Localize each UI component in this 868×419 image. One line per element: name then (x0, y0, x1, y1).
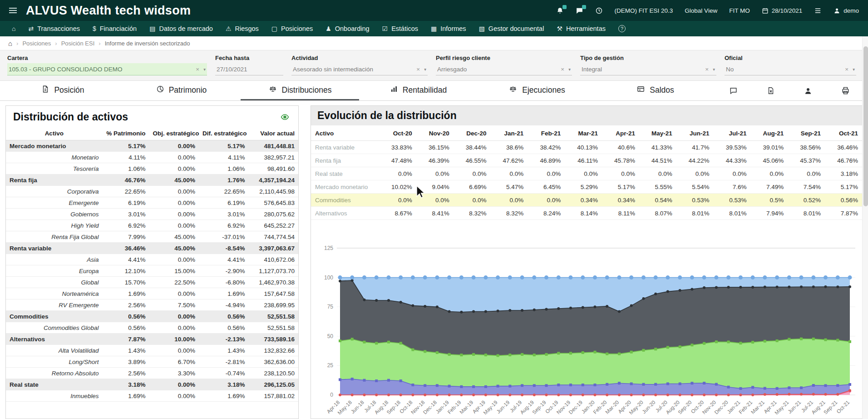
chevron-down-icon[interactable]: ▾ (424, 67, 426, 72)
clear-icon[interactable]: × (561, 66, 564, 73)
table-row[interactable]: Norteamérica1.69%0.00%1.69%157,647.58 (6, 288, 298, 299)
messages-icon[interactable] (576, 7, 583, 15)
table-row[interactable]: Global15.70%22.50%-6.80%1,462,970.38 (6, 277, 298, 288)
tab-posicion[interactable]: Posición (4, 81, 122, 100)
asset-name: Renta Fija Global (6, 231, 103, 243)
nav-item-informes[interactable]: ▦Informes (424, 21, 473, 36)
table-row[interactable]: Monetario4.11%0.00%4.11%382,957.21 (6, 152, 298, 163)
clear-icon[interactable]: × (845, 66, 848, 73)
svg-text:75: 75 (327, 304, 334, 310)
breadcrumb-item-posicion-esi[interactable]: Posición ESI (61, 40, 95, 47)
table-row[interactable]: Tesorería1.06%0.00%1.06%98,491.60 (6, 163, 298, 175)
breadcrumb-item-posiciones[interactable]: Posiciones (22, 40, 51, 47)
table-row[interactable]: Long/Short3.89%6.70%-2.81%362,636.00 (6, 356, 298, 368)
clear-icon[interactable]: × (705, 66, 709, 73)
scrollbar-thumb[interactable] (863, 46, 868, 206)
excel-icon[interactable] (767, 86, 775, 95)
list-icon[interactable] (814, 7, 822, 15)
filter-select-oficial[interactable]: No×▾ (725, 63, 856, 75)
dif-estrategico: 0.56% (199, 311, 248, 322)
date-display[interactable]: 28/10/2021 (762, 7, 803, 14)
nav-item-herramientas[interactable]: ⚒Herramientas (550, 21, 612, 36)
print-icon[interactable] (841, 86, 850, 95)
table-row[interactable]: Europa12.10%15.00%-2.90%1,127,073.70 (6, 265, 298, 277)
asset-name: Monetario (6, 152, 103, 163)
svg-text:Dec-20: Dec-20 (713, 399, 729, 415)
nav-item-transacciones[interactable]: ⇄Transacciones (22, 21, 86, 36)
nav-item-home-icon[interactable]: ⌂ (5, 21, 22, 36)
table-row[interactable]: Renta fija46.76%45.00%1.76%4,357,194.24 (6, 175, 298, 186)
filter-select-cartera[interactable]: 105.03 - GRUPO CONSOLIDADO DEMO×▾ (7, 63, 207, 75)
table-row[interactable]: Commodities Global0.56%0.00%0.56%52,551.… (6, 322, 298, 334)
filter-select-fecha-hasta[interactable]: 27/10/2021 (215, 63, 283, 75)
tab-saldos[interactable]: Saldos (596, 81, 715, 100)
history-icon[interactable] (595, 7, 603, 15)
menu-icon[interactable] (9, 8, 17, 13)
reports-icon: ▦ (431, 25, 437, 32)
dif-estrategico: 6.92% (199, 220, 248, 231)
pct-patrimonio: 6.19% (103, 197, 149, 209)
table-row[interactable]: Emergente6.19%0.00%6.19%576,645.83 (6, 197, 298, 209)
table-row[interactable]: Alternativos8.67%8.41%8.32%8.32%8.24%8.1… (311, 207, 862, 220)
cell-value: 0.56% (825, 194, 862, 207)
user-icon[interactable] (804, 87, 812, 95)
tab-patrimonio[interactable]: Patrimonio (122, 81, 241, 100)
clear-icon[interactable]: × (196, 66, 199, 73)
nav-item-help-icon[interactable]: ? (612, 21, 632, 36)
filter-select-perfil-riesgo-cliente[interactable]: Arriesgado×▾ (436, 63, 572, 75)
cell-value: 40.13% (565, 141, 602, 154)
table-row[interactable]: Commodities0.56%0.00%0.56%52,551.58 (6, 311, 298, 322)
table-row[interactable]: Mercado monetario5.17%0.00%5.17%481,448.… (6, 140, 298, 152)
table-row[interactable]: High Yield6.92%0.00%6.92%645,252.27 (6, 220, 298, 231)
entity-label[interactable]: FIT MO (729, 7, 750, 14)
filter-select-tipo-de-gestion[interactable]: Integral×▾ (580, 63, 716, 75)
tab-ejecuciones[interactable]: Ejecuciones (478, 81, 596, 100)
table-row[interactable]: Inmuebles1.69%0.00%1.69%157,881.02 (6, 390, 298, 402)
cell-value: 39.53% (714, 141, 751, 154)
table-row[interactable]: Renta fija47.48%46.39%46.55%47.62%46.89%… (311, 154, 862, 167)
chevron-down-icon[interactable]: ▾ (853, 67, 855, 72)
clear-icon[interactable]: × (416, 66, 420, 73)
vertical-scrollbar[interactable] (862, 36, 868, 419)
home-icon[interactable]: ⌂ (8, 40, 12, 47)
chevron-down-icon[interactable]: ▾ (713, 67, 715, 72)
environment-label[interactable]: (DEMO) FIT ESI 20.3 (615, 7, 673, 14)
table-row[interactable]: Real state0.0%0.0%0.0%0.0%0.0%0.0%0.0%0.… (311, 167, 862, 180)
table-row[interactable]: Asia4.41%0.00%4.41%410,672.06 (6, 254, 298, 265)
table-row[interactable]: Corporativa22.65%0.00%22.65%2,110,445.98 (6, 186, 298, 197)
notifications-icon[interactable] (556, 7, 564, 15)
pct-patrimonio: 36.46% (103, 243, 149, 254)
nav-item-datos-de-mercado[interactable]: ▤Datos de mercado (143, 21, 219, 36)
table-row[interactable]: Renta variable36.46%45.00%-8.54%3,397,06… (6, 243, 298, 254)
table-row[interactable]: Retorno Absoluto2.56%3.30%-0.74%238,120.… (6, 368, 298, 379)
chevron-down-icon[interactable]: ▾ (203, 67, 206, 72)
filter-select-actividad[interactable]: Asesorado sin intermediación×▾ (291, 63, 428, 75)
chevron-down-icon[interactable]: ▾ (568, 67, 571, 72)
main-content: Distribución de activos Activo% Patrimon… (0, 101, 868, 419)
user-menu[interactable]: demo (833, 7, 859, 14)
table-row[interactable]: Real state3.18%0.00%3.18%296,125.05 (6, 379, 298, 390)
nav-item-onboarding[interactable]: ♟Onboarding (319, 21, 375, 36)
nav-item-posiciones[interactable]: ▢Posiciones (265, 21, 319, 36)
table-row[interactable]: Renta Fija Global7.99%45.00%-37.01%744,7… (6, 231, 298, 243)
table-row[interactable]: Gobiernos3.01%0.00%3.01%280,075.62 (6, 209, 298, 220)
eye-icon[interactable] (279, 113, 291, 121)
table-row[interactable]: RV Emergente2.56%7.50%-4.94%238,699.95 (6, 299, 298, 311)
nav-item-gestor-documental[interactable]: ▧Gestor documental (473, 21, 551, 36)
table-row[interactable]: Alternativos7.87%10.00%-2.13%733,589.16 (6, 334, 298, 345)
evo-col-jul-21: Jul-21 (714, 126, 751, 141)
table-row[interactable]: Alta Volatilidad1.43%0.00%1.43%132,832.6… (6, 345, 298, 356)
nav-item-financiacion[interactable]: $Financiación (86, 21, 143, 36)
tab-rentabilidad[interactable]: Rentabilidad (359, 81, 478, 100)
bar-chart-icon (390, 85, 398, 95)
table-row[interactable]: Mercado monetario10.02%9.04%6.69%5.47%6.… (311, 180, 862, 194)
table-row[interactable]: Commodities0.0%0.0%0.0%0.0%0.0%0.34%0.34… (311, 194, 862, 207)
table-row[interactable]: Renta variable33.83%36.15%38.44%38.6%38.… (311, 141, 862, 154)
chat-icon[interactable] (729, 86, 738, 95)
view-selector[interactable]: Global View (685, 7, 717, 14)
filter-bar: Cartera105.03 - GRUPO CONSOLIDADO DEMO×▾… (0, 50, 868, 81)
pct-patrimonio: 7.99% (103, 231, 149, 243)
nav-item-estaticos[interactable]: ☑Estáticos (376, 21, 424, 36)
nav-item-riesgos[interactable]: ⚠Riesgos (219, 21, 265, 36)
tab-distribuciones[interactable]: Distribuciones (241, 81, 359, 100)
